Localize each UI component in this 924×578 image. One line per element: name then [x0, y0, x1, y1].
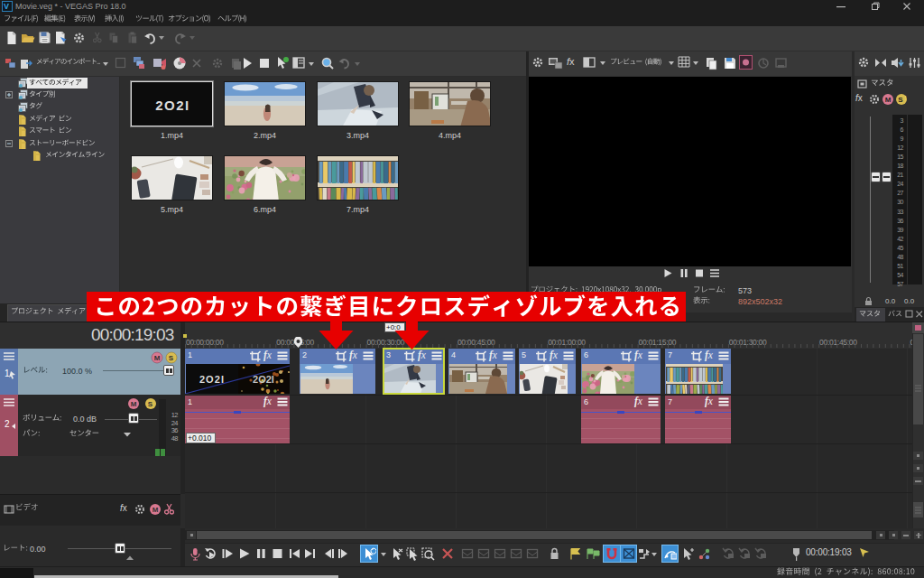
svg-text:M: M [131, 400, 137, 408]
svg-text:S: S [148, 400, 153, 408]
svg-text:M: M [154, 354, 161, 362]
svg-text:S: S [169, 354, 174, 362]
svg-text:M: M [885, 96, 892, 104]
svg-text:S: S [898, 96, 903, 104]
svg-text:!: ! [904, 95, 906, 101]
svg-text:2: 2 [5, 419, 10, 429]
svg-text:1: 1 [5, 368, 10, 378]
svg-text:M: M [152, 506, 159, 514]
